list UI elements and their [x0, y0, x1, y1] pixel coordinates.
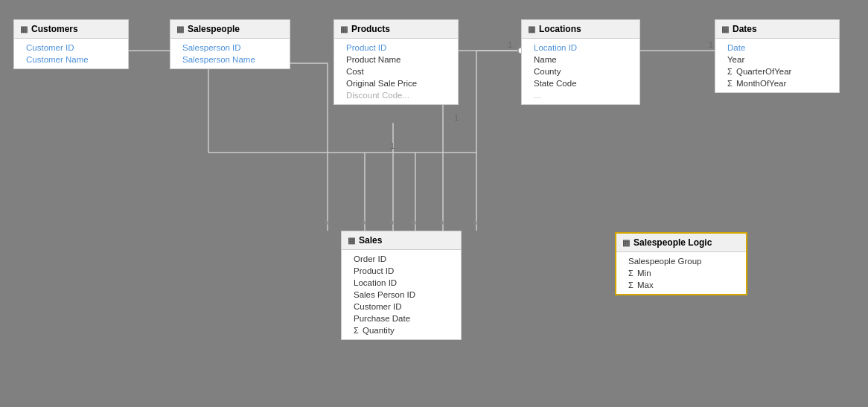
dates-table: ▦ Dates Date Year Σ QuarterOfYear Σ Mont… — [715, 19, 840, 93]
svg-text:★: ★ — [360, 218, 367, 226]
svg-text:★: ★ — [438, 218, 445, 226]
table-field: Product ID — [342, 265, 461, 277]
table-field: Product ID — [334, 42, 458, 54]
table-field: Order ID — [342, 253, 461, 265]
salespeople-logic-table-body: Salespeople Group Σ Min Σ Max — [616, 252, 746, 294]
table-field: Date — [715, 42, 839, 54]
table-field: Customer ID — [342, 301, 461, 313]
customers-table-header: ▦ Customers — [14, 20, 128, 39]
salespeople-table: ▦ Salespeople Salesperson ID Salesperson… — [170, 19, 290, 69]
locations-title: Locations — [539, 24, 581, 34]
svg-text:1: 1 — [390, 141, 395, 150]
table-icon: ▦ — [176, 25, 184, 34]
salespeople-table-header: ▦ Salespeople — [170, 20, 290, 39]
table-field: Salespeople Group — [616, 255, 746, 267]
salespeople-table-body: Salesperson ID Salesperson Name — [170, 39, 290, 68]
table-field: Salesperson Name — [170, 54, 290, 65]
customers-table-body: Customer ID Customer Name — [14, 39, 128, 68]
table-field: Σ QuarterOfYear — [715, 65, 839, 77]
locations-table: ▦ Locations Location ID Name County Stat… — [521, 19, 640, 105]
table-field: Σ Max — [616, 279, 746, 291]
table-field: Year — [715, 54, 839, 65]
products-table: ▦ Products Product ID Product Name Cost … — [334, 19, 459, 105]
salespeople-logic-title: Salespeople Logic — [634, 237, 712, 248]
table-field: Customer Name — [14, 54, 128, 65]
products-title: Products — [351, 24, 390, 34]
table-field: Original Sale Price — [334, 77, 458, 89]
table-icon: ▦ — [622, 238, 630, 248]
svg-text:★: ★ — [389, 218, 395, 226]
sales-table: ▦ Sales Order ID Product ID Location ID … — [341, 231, 462, 340]
salespeople-logic-table: ▦ Salespeople Logic Salespeople Group Σ … — [615, 232, 747, 295]
svg-text:★: ★ — [411, 218, 418, 226]
table-field: Salesperson ID — [170, 42, 290, 54]
customers-title: Customers — [31, 24, 78, 34]
svg-text:1: 1 — [709, 40, 713, 49]
table-field: Product Name — [334, 54, 458, 65]
table-icon: ▦ — [721, 25, 729, 34]
svg-text:1: 1 — [454, 113, 459, 122]
salespeople-title: Salespeople — [188, 24, 240, 34]
table-field: Σ MonthOfYear — [715, 77, 839, 89]
salespeople-logic-table-header: ▦ Salespeople Logic — [616, 234, 746, 252]
table-field: State Code — [522, 77, 639, 89]
products-table-body: Product ID Product Name Cost Original Sa… — [334, 39, 458, 104]
table-field: Customer ID — [14, 42, 128, 54]
products-table-header: ▦ Products — [334, 20, 458, 39]
svg-text:1: 1 — [508, 40, 512, 49]
table-icon: ▦ — [20, 25, 28, 34]
sales-table-header: ▦ Sales — [342, 231, 461, 250]
table-field: ... — [522, 89, 639, 101]
sales-table-body: Order ID Product ID Location ID Sales Pe… — [342, 250, 461, 339]
table-field: Purchase Date — [342, 313, 461, 324]
table-field: County — [522, 65, 639, 77]
table-icon: ▦ — [348, 236, 355, 246]
dates-table-body: Date Year Σ QuarterOfYear Σ MonthOfYear — [715, 39, 839, 92]
locations-table-header: ▦ Locations — [522, 20, 639, 39]
table-field: Discount Code... — [334, 89, 458, 101]
svg-text:★: ★ — [472, 218, 479, 226]
customers-table: ▦ Customers Customer ID Customer Name — [13, 19, 129, 69]
sales-title: Sales — [359, 235, 382, 246]
dates-title: Dates — [733, 24, 757, 34]
table-field: Name — [522, 54, 639, 65]
table-icon: ▦ — [340, 25, 348, 34]
diagram-canvas: 1 1 1 1 1 ★ ★ ★ ★ ★ ★ 1 ▦ Customers Cust — [0, 0, 868, 407]
table-field: Sales Person ID — [342, 289, 461, 301]
svg-text:★: ★ — [323, 218, 330, 226]
table-field: Location ID — [522, 42, 639, 54]
table-field: Location ID — [342, 277, 461, 289]
table-field: Σ Min — [616, 267, 746, 279]
locations-table-body: Location ID Name County State Code ... — [522, 39, 639, 104]
table-field: Σ Quantity — [342, 324, 461, 336]
table-icon: ▦ — [528, 25, 535, 34]
table-field: Cost — [334, 65, 458, 77]
dates-table-header: ▦ Dates — [715, 20, 839, 39]
